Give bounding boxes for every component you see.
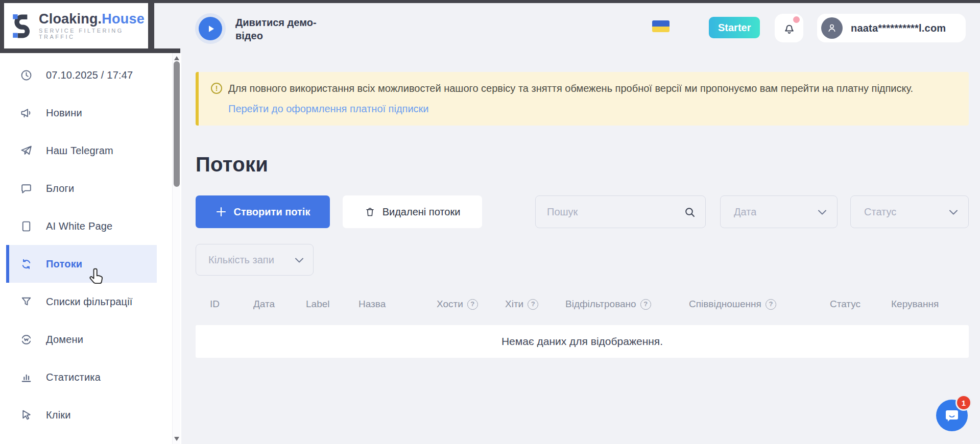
demo-video-label[interactable]: Дивитися демо-відео xyxy=(235,16,317,42)
sidebar-item-domains[interactable]: Домени xyxy=(6,320,157,358)
support-chat-button[interactable]: 1 xyxy=(936,400,968,431)
page-icon xyxy=(19,219,33,233)
play-icon xyxy=(204,22,217,35)
sidebar-item-label: 07.10.2025 / 17:47 xyxy=(46,69,133,81)
controls-row: Створити потік Видалені потоки Дата Стат… xyxy=(196,195,969,228)
sidebar-item-telegram[interactable]: Наш Telegram xyxy=(6,132,157,169)
sidebar-item-label: Наш Telegram xyxy=(46,145,113,157)
sidebar-item-streams[interactable]: Потоки xyxy=(6,245,157,283)
language-flag-ukraine[interactable] xyxy=(652,20,670,32)
flag-yellow-stripe xyxy=(652,27,670,32)
column-header-name: Назва xyxy=(358,299,437,310)
rows-count-label: Кількість запи xyxy=(196,254,274,266)
cursor-icon xyxy=(19,408,33,422)
scroll-down-arrow-icon[interactable] xyxy=(174,436,180,441)
column-header-hosts: Хости? xyxy=(437,299,505,310)
window-chrome-left xyxy=(0,0,4,53)
warning-icon: ! xyxy=(211,83,222,94)
column-header-date: Дата xyxy=(253,299,306,310)
logo-name-secondary: House xyxy=(102,11,145,27)
help-icon[interactable]: ? xyxy=(528,299,538,310)
chevron-down-icon xyxy=(295,257,304,263)
column-header-actions: Керування xyxy=(891,299,969,310)
search-input[interactable] xyxy=(536,196,705,228)
chat-bubble-icon xyxy=(19,182,33,195)
person-icon xyxy=(826,22,838,34)
logo-tagline: SERVICE FILTERING TRAFFIC xyxy=(39,28,148,40)
window-chrome-divider xyxy=(148,0,154,53)
chat-unread-badge: 1 xyxy=(957,396,970,409)
rows-count-select[interactable]: Кількість запи xyxy=(196,244,314,276)
chat-widget-icon xyxy=(943,407,961,424)
sidebar-item-label: Домени xyxy=(46,334,83,346)
sidebar-item-filter-lists[interactable]: Списки фільтрації xyxy=(6,283,157,320)
notifications-button[interactable] xyxy=(775,14,803,42)
secondary-controls-row: Кількість запи xyxy=(196,244,314,276)
sync-icon xyxy=(19,257,33,270)
column-header-id: ID xyxy=(210,299,253,310)
create-stream-button[interactable]: Створити потік xyxy=(196,195,330,228)
plan-badge-button[interactable]: Starter xyxy=(709,17,760,38)
scrollbar-thumb[interactable] xyxy=(174,61,180,187)
sidebar-item-datetime: 07.10.2025 / 17:47 xyxy=(6,56,157,94)
bar-chart-icon xyxy=(19,371,33,384)
column-header-status: Статус xyxy=(830,299,891,310)
status-filter-label: Статус xyxy=(851,206,896,218)
page-title: Потоки xyxy=(196,153,268,176)
trash-icon xyxy=(365,207,375,217)
sidebar-item-label: Блоги xyxy=(46,183,74,194)
help-icon[interactable]: ? xyxy=(467,299,478,310)
help-icon[interactable]: ? xyxy=(640,299,651,310)
table-header: ID Дата Label Назва Хости? Хіти? Відфіль… xyxy=(196,299,969,310)
sidebar-item-statistics[interactable]: Статистика xyxy=(6,358,157,396)
logo-text: Cloaking.House SERVICE FILTERING TRAFFIC xyxy=(39,12,148,40)
app-logo[interactable]: Cloaking.House SERVICE FILTERING TRAFFIC xyxy=(4,3,148,48)
logo-name-primary: Cloaking. xyxy=(39,11,102,27)
chevron-down-icon xyxy=(949,209,958,215)
funnel-icon xyxy=(19,295,33,308)
status-filter-select[interactable]: Статус xyxy=(850,195,969,228)
sidebar-item-label: Новини xyxy=(46,107,82,119)
avatar xyxy=(821,17,843,39)
upgrade-subscription-link[interactable]: Перейти до оформлення платної підписки xyxy=(228,103,429,115)
date-filter-select[interactable]: Дата xyxy=(720,195,838,228)
user-account-button[interactable]: naata**********l.com xyxy=(817,14,966,42)
sidebar-menu: 07.10.2025 / 17:47 Новини Наш Telegram Б… xyxy=(0,53,172,434)
trial-banner: ! Для повного використання всіх можливос… xyxy=(196,72,969,126)
plus-icon xyxy=(216,206,227,217)
sidebar: 07.10.2025 / 17:47 Новини Наш Telegram Б… xyxy=(0,53,181,444)
play-demo-button[interactable] xyxy=(199,17,222,40)
column-header-filtered: Відфільтровано? xyxy=(565,299,689,310)
column-header-ratio: Співвідношення? xyxy=(689,299,830,310)
sidebar-item-label: AI White Page xyxy=(46,220,112,232)
logo-icon xyxy=(12,13,33,39)
sidebar-item-label: Кліки xyxy=(46,409,71,421)
column-header-hits: Хіти? xyxy=(505,299,565,310)
scroll-up-arrow-icon[interactable] xyxy=(174,56,180,61)
sidebar-item-clicks[interactable]: Кліки xyxy=(6,396,157,434)
notification-dot xyxy=(793,16,800,23)
sidebar-item-label: Списки фільтрації xyxy=(46,296,133,308)
sidebar-item-label: Потоки xyxy=(46,258,82,270)
date-filter-label: Дата xyxy=(721,206,756,218)
clock-icon xyxy=(19,68,33,82)
sidebar-item-news[interactable]: Новини xyxy=(6,94,157,132)
search-field xyxy=(535,195,706,228)
empty-state-text: Немає даних для відображення. xyxy=(501,335,663,348)
user-email: naata**********l.com xyxy=(851,22,946,34)
deleted-streams-button[interactable]: Видалені потоки xyxy=(343,195,482,228)
sidebar-item-label: Статистика xyxy=(46,372,101,383)
table-empty-state: Немає даних для відображення. xyxy=(196,325,969,358)
search-icon xyxy=(684,206,696,218)
trial-banner-text: Для повного використання всіх можливосте… xyxy=(228,82,913,95)
help-icon[interactable]: ? xyxy=(766,299,776,310)
create-stream-label: Створити потік xyxy=(234,206,310,218)
megaphone-icon xyxy=(19,106,33,119)
flag-blue-stripe xyxy=(652,20,670,27)
bell-icon xyxy=(782,21,796,35)
column-header-label: Label xyxy=(306,299,358,310)
sidebar-item-blogs[interactable]: Блоги xyxy=(6,169,157,207)
chevron-down-icon xyxy=(818,209,827,215)
sidebar-item-ai-white-page[interactable]: AI White Page xyxy=(6,207,157,245)
sidebar-scrollbar[interactable] xyxy=(172,53,180,444)
